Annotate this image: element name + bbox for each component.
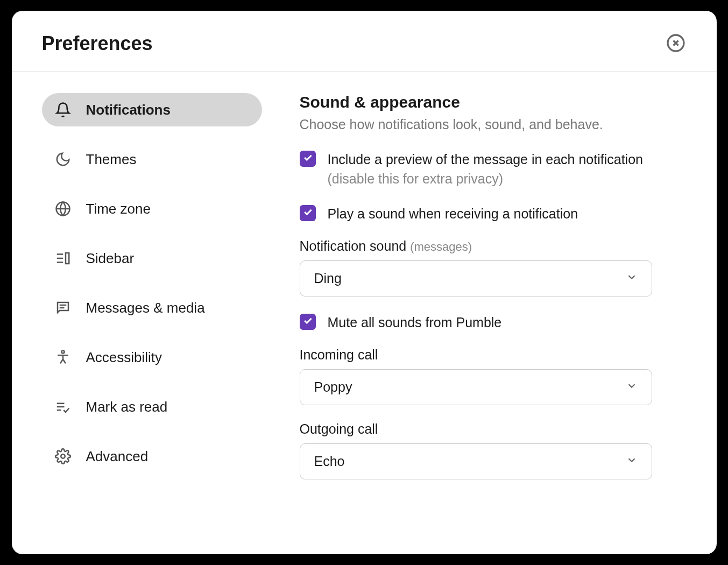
play-sound-checkbox[interactable]: [300, 205, 316, 221]
sidebar-icon: [54, 249, 72, 267]
message-icon: [54, 299, 72, 317]
accessibility-icon: [54, 348, 72, 366]
chevron-down-icon: [626, 454, 638, 469]
select-value: Ding: [314, 271, 342, 286]
sidebar-item-advanced[interactable]: Advanced: [42, 440, 262, 473]
preview-label: Include a preview of the message in each…: [328, 150, 652, 189]
svg-point-12: [61, 454, 65, 458]
checklist-icon: [54, 398, 72, 416]
modal-body: Notifications Themes Time zone: [12, 72, 717, 554]
sidebar-item-label: Mark as read: [86, 399, 168, 415]
mute-label: Mute all sounds from Pumble: [328, 313, 502, 332]
section-description: Choose how notifications look, sound, an…: [300, 117, 652, 132]
close-button[interactable]: [665, 33, 687, 54]
sidebar-item-label: Notifications: [86, 102, 171, 118]
gear-icon: [54, 447, 72, 465]
sidebar-item-label: Accessibility: [86, 349, 162, 366]
preview-option: Include a preview of the message in each…: [300, 150, 652, 189]
sidebar-item-messages[interactable]: Messages & media: [42, 291, 262, 324]
sidebar-item-mark-read[interactable]: Mark as read: [42, 390, 262, 423]
sidebar-item-sidebar[interactable]: Sidebar: [42, 242, 262, 275]
play-sound-option: Play a sound when receiving a notificati…: [300, 204, 652, 223]
page-title: Preferences: [42, 32, 153, 55]
section-title: Sound & appearance: [300, 93, 652, 111]
chevron-down-icon: [626, 379, 638, 395]
notif-sound-sub: (messages): [410, 240, 472, 253]
sidebar-item-notifications[interactable]: Notifications: [42, 93, 262, 126]
content-panel: Sound & appearance Choose how notificati…: [273, 72, 717, 554]
mute-checkbox[interactable]: [300, 314, 316, 330]
check-icon: [302, 315, 313, 328]
mute-option: Mute all sounds from Pumble: [300, 313, 652, 332]
notification-sound-select[interactable]: Ding: [300, 260, 652, 296]
sidebar-item-label: Themes: [86, 151, 137, 168]
notif-sound-label-text: Notification sound: [300, 238, 411, 253]
bell-icon: [54, 101, 72, 119]
preview-checkbox[interactable]: [300, 151, 316, 167]
globe-icon: [54, 200, 72, 218]
preferences-modal: Preferences Notifications: [12, 11, 717, 554]
play-sound-label: Play a sound when receiving a notificati…: [328, 204, 578, 223]
sidebar-item-label: Sidebar: [86, 250, 135, 267]
sidebar-item-label: Messages & media: [86, 300, 205, 316]
check-icon: [302, 207, 313, 220]
select-value: Poppy: [314, 379, 352, 395]
sidebar-item-timezone[interactable]: Time zone: [42, 192, 262, 225]
chevron-down-icon: [626, 271, 638, 286]
preview-label-text: Include a preview of the message in each…: [328, 152, 643, 167]
incoming-call-label: Incoming call: [300, 347, 652, 363]
moon-icon: [54, 150, 72, 168]
check-icon: [302, 152, 313, 165]
sidebar-item-accessibility[interactable]: Accessibility: [42, 341, 262, 374]
notification-sound-label: Notification sound (messages): [300, 238, 652, 254]
svg-rect-5: [66, 253, 69, 264]
sidebar-item-label: Time zone: [86, 201, 151, 217]
sidebar-item-label: Advanced: [86, 448, 149, 465]
preview-hint: (disable this for extra privacy): [328, 171, 504, 186]
close-icon: [666, 33, 685, 54]
sidebar: Notifications Themes Time zone: [12, 72, 273, 554]
outgoing-call-label: Outgoing call: [300, 421, 652, 437]
select-value: Echo: [314, 454, 345, 469]
incoming-call-select[interactable]: Poppy: [300, 369, 652, 405]
modal-header: Preferences: [12, 11, 717, 72]
svg-point-8: [61, 351, 64, 354]
outgoing-call-select[interactable]: Echo: [300, 443, 652, 479]
sidebar-item-themes[interactable]: Themes: [42, 143, 262, 176]
